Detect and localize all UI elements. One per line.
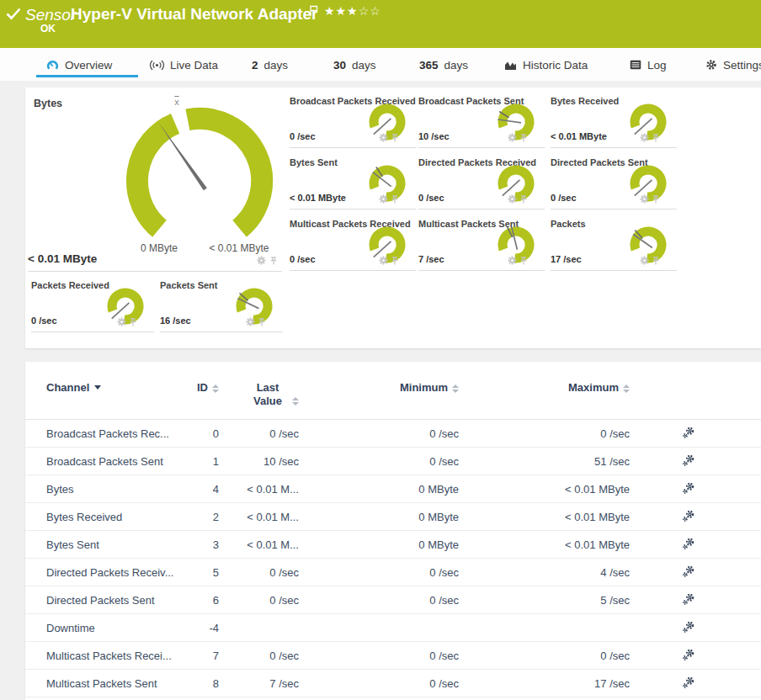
pin-icon[interactable] bbox=[519, 133, 528, 143]
pin-icon[interactable] bbox=[652, 194, 660, 204]
sensor-header: Sensor Hyper-V Virtual Network Adapter ★… bbox=[0, 0, 761, 48]
column-header-id[interactable]: ID bbox=[197, 381, 219, 394]
pin-icon[interactable] bbox=[652, 133, 660, 143]
channel-settings-gear-icon[interactable] bbox=[246, 317, 255, 326]
channel-settings-gear-icon[interactable] bbox=[379, 256, 388, 265]
channel-edit-gears-icon[interactable] bbox=[682, 592, 695, 606]
pin-icon[interactable] bbox=[258, 317, 266, 327]
column-header-minimum[interactable]: Minimum bbox=[400, 381, 459, 394]
channel-settings-gear-icon[interactable] bbox=[640, 256, 649, 265]
cell-channel: Multicast Packets Sent bbox=[46, 677, 194, 690]
tab-historic-data[interactable]: Historic Data bbox=[504, 56, 588, 74]
table-row[interactable]: Downtime -4 bbox=[25, 614, 761, 642]
channel-settings-gear-icon[interactable] bbox=[379, 133, 388, 142]
gauge-scale-max: < 0.01 MByte bbox=[189, 242, 290, 254]
priority-flag-icon[interactable] bbox=[310, 5, 318, 16]
gauge-value: 7 /sec bbox=[418, 254, 444, 264]
gauge-cell-multicast-packets-received[interactable]: Multicast Packets Received 0 /sec bbox=[290, 219, 416, 271]
tab-bar: Overview Live Data 2days 30days 365days … bbox=[0, 48, 761, 81]
cell-channel: Bytes Received bbox=[46, 511, 194, 523]
channel-settings-gear-icon[interactable] bbox=[508, 133, 517, 142]
gear-icon bbox=[705, 59, 717, 71]
cell-minimum: 0 MByte bbox=[299, 538, 459, 551]
channel-edit-gears-icon[interactable] bbox=[682, 537, 695, 550]
channel-edit-gears-icon[interactable] bbox=[682, 648, 695, 661]
cell-minimum: 0 /sec bbox=[299, 566, 459, 579]
column-header-last-value[interactable]: Last Value bbox=[247, 381, 299, 408]
priority-stars[interactable]: ★★★☆☆ bbox=[324, 4, 381, 18]
pin-icon[interactable] bbox=[269, 256, 278, 266]
gauge-cell-broadcast-packets-received[interactable]: Broadcast Packets Received 0 /sec bbox=[290, 96, 416, 148]
column-header-channel[interactable]: Channel bbox=[46, 381, 194, 394]
tab-2-days[interactable]: 2days bbox=[252, 56, 288, 74]
table-row[interactable]: Directed Packets Receiv... 5 0 /sec 0 /s… bbox=[25, 559, 761, 586]
cell-maximum: 0 /sec bbox=[459, 650, 630, 662]
channel-edit-gears-icon[interactable] bbox=[682, 509, 695, 522]
pin-icon[interactable] bbox=[391, 133, 399, 143]
gauge-cell-bytes-received[interactable]: Bytes Received < 0.01 MByte bbox=[551, 96, 677, 148]
gauge-cell-directed-packets-sent[interactable]: Directed Packets Sent 0 /sec bbox=[551, 157, 677, 209]
table-row[interactable]: Directed Packets Sent 6 0 /sec 0 /sec 5 … bbox=[25, 586, 761, 614]
pin-icon[interactable] bbox=[391, 256, 399, 266]
tab-number: 2 bbox=[252, 59, 258, 72]
column-header-maximum[interactable]: Maximum bbox=[568, 381, 630, 394]
tab-overview[interactable]: Overview bbox=[46, 56, 112, 74]
gauge-value: < 0.01 MByte bbox=[290, 193, 346, 203]
channel-edit-gears-icon[interactable] bbox=[682, 426, 695, 439]
cell-minimum: 0 /sec bbox=[299, 677, 459, 690]
gauge-cell-packets-received[interactable]: Packets Received 0 /sec bbox=[31, 280, 154, 332]
pin-icon[interactable] bbox=[391, 194, 399, 204]
channel-edit-gears-icon[interactable] bbox=[682, 676, 695, 689]
channel-settings-gear-icon[interactable] bbox=[257, 256, 266, 265]
tab-label: Log bbox=[647, 59, 667, 72]
gauge-value: 0 /sec bbox=[418, 193, 444, 203]
gauge-cell-bytes-sent[interactable]: Bytes Sent < 0.01 MByte bbox=[290, 157, 416, 209]
channel-edit-gears-icon[interactable] bbox=[682, 620, 695, 634]
channel-settings-gear-icon[interactable] bbox=[508, 194, 517, 204]
table-row[interactable]: Multicast Packets Recei... 7 0 /sec 0 /s… bbox=[25, 642, 761, 670]
table-row[interactable]: Broadcast Packets Rec... 0 0 /sec 0 /sec… bbox=[25, 420, 761, 448]
channel-settings-gear-icon[interactable] bbox=[379, 194, 388, 204]
gauge-cell-directed-packets-received[interactable]: Directed Packets Received 0 /sec bbox=[418, 157, 545, 209]
gauge-cell-bytes[interactable]: Bytes x 0 MByte < 0.01 MByte < 0.01 MByt… bbox=[25, 88, 285, 272]
pin-icon[interactable] bbox=[519, 194, 528, 204]
cell-minimum: 0 /sec bbox=[299, 594, 459, 607]
table-row[interactable]: Bytes 4 < 0.01 M... 0 MByte < 0.01 MByte bbox=[25, 475, 761, 503]
gauge-cell-packets-sent[interactable]: Packets Sent 16 /sec bbox=[160, 280, 283, 332]
channel-edit-gears-icon[interactable] bbox=[682, 453, 695, 467]
pin-icon[interactable] bbox=[652, 256, 660, 266]
tab-365-days[interactable]: 365days bbox=[419, 56, 468, 74]
channel-edit-gears-icon[interactable] bbox=[682, 481, 695, 495]
channel-edit-gears-icon[interactable] bbox=[682, 565, 695, 578]
live-signal-icon bbox=[150, 60, 164, 71]
cell-id: 4 bbox=[194, 483, 219, 496]
gauge-cell-multicast-packets-sent[interactable]: Multicast Packets Sent 7 /sec bbox=[418, 219, 545, 271]
channel-settings-gear-icon[interactable] bbox=[640, 133, 649, 142]
channel-settings-gear-icon[interactable] bbox=[508, 256, 517, 265]
table-row[interactable]: Bytes Sent 3 < 0.01 M... 0 MByte < 0.01 … bbox=[25, 531, 761, 559]
sort-desc-icon bbox=[94, 385, 101, 390]
gauge-cell-broadcast-packets-sent[interactable]: Broadcast Packets Sent 10 /sec bbox=[418, 96, 545, 148]
status-check-icon bbox=[6, 8, 21, 20]
channel-settings-gear-icon[interactable] bbox=[117, 317, 126, 326]
channel-settings-gear-icon[interactable] bbox=[640, 194, 649, 204]
cell-minimum: 0 MByte bbox=[299, 483, 459, 496]
cell-last-value: < 0.01 M... bbox=[219, 538, 299, 551]
pin-icon[interactable] bbox=[519, 256, 528, 266]
table-row[interactable]: Bytes Received 2 < 0.01 M... 0 MByte < 0… bbox=[25, 503, 761, 531]
tab-settings[interactable]: Settings bbox=[705, 56, 761, 74]
tab-30-days[interactable]: 30days bbox=[333, 56, 376, 74]
sensor-title: Hyper-V Virtual Network Adapter bbox=[71, 5, 318, 24]
gauge-value: < 0.01 MByte bbox=[551, 131, 607, 141]
tab-live-data[interactable]: Live Data bbox=[150, 56, 218, 74]
gauge-cell-packets[interactable]: Packets 17 /sec bbox=[551, 219, 677, 271]
pin-icon[interactable] bbox=[129, 317, 137, 327]
table-row[interactable]: Broadcast Packets Sent 1 10 /sec 0 /sec … bbox=[25, 448, 761, 475]
average-marker: x bbox=[168, 97, 185, 107]
tab-log[interactable]: Log bbox=[630, 56, 667, 74]
cell-maximum: < 0.01 MByte bbox=[459, 511, 630, 523]
table-row[interactable]: Multicast Packets Sent 8 7 /sec 0 /sec 1… bbox=[25, 670, 761, 697]
tab-label: days bbox=[264, 59, 289, 72]
cell-last-value: 0 /sec bbox=[219, 650, 299, 662]
tab-label: days bbox=[352, 59, 376, 72]
